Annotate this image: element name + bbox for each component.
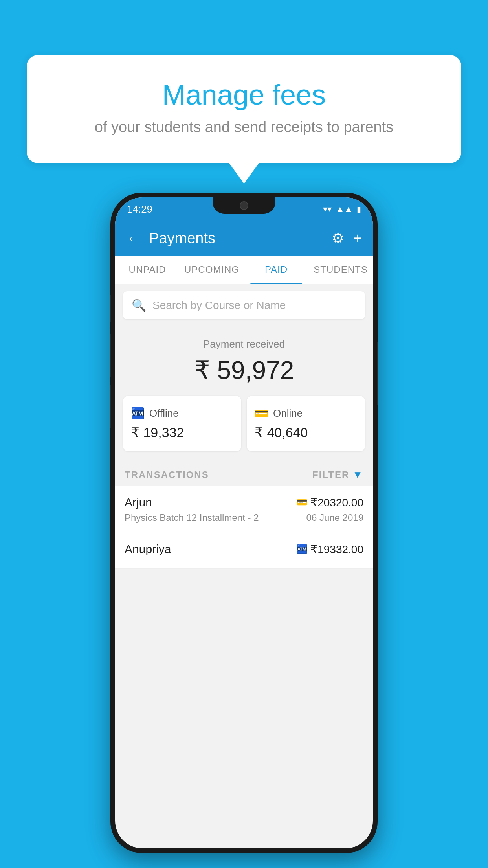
- phone-frame: 14:29 ▾▾ ▲▲ ▮ ← Payments ⚙ + UNPAID: [110, 193, 378, 853]
- payment-received-label: Payment received: [123, 338, 365, 350]
- filter-button[interactable]: FILTER ▼: [312, 469, 363, 481]
- side-button-vol-down2: [110, 385, 111, 428]
- search-input[interactable]: Search by Course or Name: [152, 299, 286, 312]
- transaction-course: Physics Batch 12 Installment - 2: [125, 512, 259, 523]
- wifi-icon: ▾▾: [323, 204, 332, 214]
- transactions-label: TRANSACTIONS: [125, 469, 209, 480]
- tab-paid[interactable]: PAID: [244, 256, 308, 284]
- transaction-date: 06 June 2019: [306, 512, 363, 523]
- status-icons: ▾▾ ▲▲ ▮: [323, 204, 361, 214]
- speech-bubble: Manage fees of your students and send re…: [27, 55, 461, 163]
- tab-students[interactable]: STUDENTS: [308, 256, 373, 284]
- back-button[interactable]: ←: [126, 230, 141, 247]
- transaction-amount: 🏧 ₹19332.00: [297, 543, 363, 556]
- cash-payment-icon: 🏧: [297, 544, 307, 554]
- transaction-list: Arjun 💳 ₹20320.00 Physics Batch 12 Insta…: [115, 486, 373, 569]
- payment-cards: 🏧 Offline ₹ 19,332 💳 Online ₹ 40,640: [115, 396, 373, 460]
- side-button-power: [377, 342, 378, 405]
- table-row[interactable]: Anupriya 🏧 ₹19332.00: [115, 533, 373, 569]
- offline-card: 🏧 Offline ₹ 19,332: [123, 396, 241, 451]
- battery-icon: ▮: [357, 204, 361, 214]
- settings-icon[interactable]: ⚙: [332, 230, 344, 246]
- table-row[interactable]: Arjun 💳 ₹20320.00 Physics Batch 12 Insta…: [115, 486, 373, 533]
- side-button-vol-down: [110, 334, 111, 377]
- online-icon: 💳: [255, 407, 268, 420]
- camera: [240, 201, 248, 210]
- tab-upcoming[interactable]: UPCOMING: [180, 256, 244, 284]
- card-payment-icon: 💳: [297, 497, 307, 508]
- bubble-subtitle: of your students and send receipts to pa…: [46, 119, 442, 136]
- transactions-header: TRANSACTIONS FILTER ▼: [115, 460, 373, 486]
- phone-screen: 14:29 ▾▾ ▲▲ ▮ ← Payments ⚙ + UNPAID: [115, 197, 373, 848]
- filter-icon: ▼: [352, 469, 363, 481]
- offline-amount: ₹ 19,332: [131, 425, 233, 440]
- status-time: 14:29: [127, 203, 152, 215]
- side-button-vol-up: [110, 295, 111, 322]
- payment-received-amount: ₹ 59,972: [123, 356, 365, 385]
- add-icon[interactable]: +: [354, 230, 362, 246]
- app-bar-title: Payments: [149, 230, 324, 247]
- search-icon: 🔍: [132, 298, 146, 312]
- filter-label: FILTER: [312, 469, 349, 480]
- app-bar: ← Payments ⚙ +: [115, 221, 373, 256]
- online-label: Online: [273, 407, 303, 419]
- tab-bar: UNPAID UPCOMING PAID STUDENTS: [115, 256, 373, 284]
- transaction-name: Arjun: [125, 496, 152, 509]
- transaction-amount: 💳 ₹20320.00: [297, 496, 363, 509]
- phone-notch: [213, 197, 275, 214]
- offline-icon: 🏧: [131, 407, 145, 420]
- search-bar[interactable]: 🔍 Search by Course or Name: [123, 291, 365, 319]
- bubble-title: Manage fees: [46, 79, 442, 111]
- tab-unpaid[interactable]: UNPAID: [115, 256, 180, 284]
- phone-mockup: 14:29 ▾▾ ▲▲ ▮ ← Payments ⚙ + UNPAID: [110, 193, 378, 853]
- signal-icon: ▲▲: [336, 204, 353, 214]
- online-amount: ₹ 40,640: [255, 425, 357, 440]
- app-bar-actions: ⚙ +: [332, 230, 362, 246]
- transaction-name: Anupriya: [125, 542, 171, 556]
- offline-label: Offline: [149, 407, 179, 419]
- payment-received-section: Payment received ₹ 59,972: [115, 326, 373, 396]
- online-card: 💳 Online ₹ 40,640: [247, 396, 365, 451]
